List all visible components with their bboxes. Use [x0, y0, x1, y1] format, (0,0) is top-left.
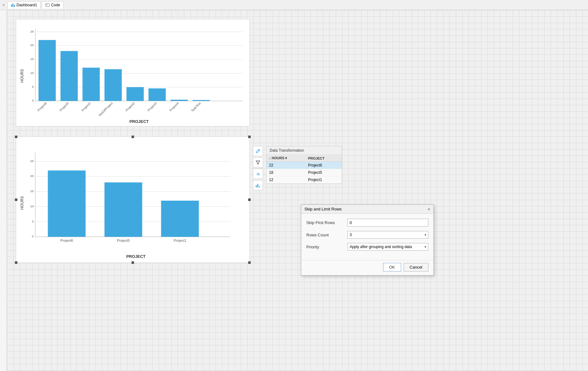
svg-rect-22 [83, 68, 100, 101]
resize-handle-ml[interactable] [15, 198, 17, 201]
svg-rect-64 [259, 186, 260, 187]
svg-text:0: 0 [32, 99, 34, 102]
svg-text:Project6: Project6 [37, 101, 47, 112]
svg-rect-25 [149, 88, 166, 101]
svg-rect-27 [193, 100, 210, 101]
resize-handle-bm[interactable] [132, 261, 134, 264]
svg-rect-1 [13, 3, 14, 7]
resize-handle-bl[interactable] [15, 261, 17, 264]
edit-button[interactable] [253, 146, 263, 156]
ok-button[interactable]: OK [383, 263, 401, 271]
svg-rect-24 [126, 87, 144, 101]
chart1-y-label: HOURS [20, 69, 24, 82]
filter-col-icon: ▾ [285, 156, 287, 160]
svg-rect-2 [14, 5, 15, 7]
table-row[interactable]: 22 Project6 [266, 162, 342, 169]
pencil-icon [255, 149, 260, 154]
svg-text:10: 10 [30, 204, 34, 208]
filter-icon [255, 160, 260, 165]
tab-code-label: Code [51, 3, 60, 7]
svg-line-59 [258, 150, 259, 151]
svg-text:0: 0 [32, 234, 34, 238]
svg-rect-21 [60, 51, 78, 101]
table-row[interactable]: 12 Project1 [266, 176, 342, 184]
skip-first-rows-row: Skip First Rows [306, 219, 428, 227]
svg-rect-52 [48, 170, 85, 237]
svg-rect-20 [39, 40, 56, 101]
cell-project: Project6 [306, 162, 342, 169]
cell-hours: 18 [266, 169, 306, 176]
svg-rect-23 [105, 69, 122, 101]
cell-hours: 12 [266, 176, 306, 184]
rows-count-label: Rows Count [306, 233, 347, 237]
transform-button[interactable]: ↑N [253, 169, 263, 179]
cell-project: Project1 [306, 176, 342, 184]
svg-text:HOURS: HOURS [20, 196, 24, 210]
chart-1-svg: HOURS 0 5 10 15 20 25 [16, 19, 249, 126]
dialog-close-button[interactable]: × [428, 207, 430, 211]
skip-first-rows-input[interactable] [347, 219, 428, 227]
chart-type-button[interactable] [253, 180, 263, 190]
svg-text:25: 25 [30, 159, 34, 163]
chart-toolbar: ↑N [253, 146, 263, 190]
left-sidebar [0, 10, 7, 371]
chart-container-2[interactable]: HOURS 0 5 10 15 20 25 [16, 137, 250, 263]
svg-text:TaskTest: TaskTest [190, 101, 201, 113]
svg-text:↑N: ↑N [256, 173, 260, 176]
resize-handle-br[interactable] [248, 261, 251, 264]
dialog-title-bar: Skip and Limit Rows × [301, 205, 433, 214]
svg-rect-54 [161, 201, 199, 237]
dialog-body: Skip First Rows Rows Count 1 2 3 4 5 [301, 214, 433, 260]
cancel-button[interactable]: Cancel [404, 263, 428, 271]
svg-text:Project5: Project5 [117, 239, 130, 242]
svg-text:Project5: Project5 [59, 101, 70, 112]
priority-row: Priority Apply after grouping and sortin… [306, 243, 428, 251]
transform-icon: ↑N [255, 171, 260, 176]
svg-text:Project3: Project3 [147, 101, 157, 112]
title-bar: × Dashboard1 Code [0, 0, 588, 10]
svg-text:10: 10 [30, 71, 34, 75]
resize-handle-tr[interactable] [248, 136, 251, 138]
col-hours[interactable]: ↓ HOURS ▾ [266, 155, 306, 162]
svg-text:5: 5 [32, 85, 34, 88]
sort-down-icon: ↓ [269, 156, 272, 160]
resize-handle-mr[interactable] [248, 198, 251, 201]
chart-container-1[interactable]: HOURS 0 5 10 15 20 25 [16, 19, 250, 126]
table-row[interactable]: 18 Project5 [266, 169, 342, 176]
data-transform-table: ↓ HOURS ▾ PROJECT 22 Project6 [266, 155, 342, 184]
bar-chart-icon [255, 183, 260, 188]
svg-text:20: 20 [30, 174, 34, 178]
rows-count-row: Rows Count 1 2 3 4 5 10 All [306, 231, 428, 239]
col-project[interactable]: PROJECT [306, 155, 342, 162]
svg-rect-63 [257, 184, 258, 187]
rows-count-select[interactable]: 1 2 3 4 5 10 All [347, 231, 428, 239]
svg-text:Project1: Project1 [81, 101, 92, 112]
svg-text:PROJECT: PROJECT [129, 119, 149, 124]
dialog-footer: OK Cancel [301, 260, 433, 275]
tab-dashboard1-label: Dashboard1 [16, 3, 37, 7]
cell-project: Project5 [306, 169, 342, 176]
svg-text:Project1: Project1 [174, 239, 186, 242]
chart-2-svg: HOURS 0 5 10 15 20 25 [16, 137, 249, 263]
svg-text:PROJECT: PROJECT [126, 254, 145, 259]
resize-handle-tl[interactable] [15, 136, 17, 138]
priority-select[interactable]: Apply after grouping and sorting data Ap… [347, 243, 428, 251]
svg-text:25: 25 [30, 30, 34, 33]
dialog-title: Skip and Limit Rows [304, 207, 342, 211]
svg-text:TestOfProject: TestOfProject [98, 101, 113, 117]
tab-code[interactable]: Code [42, 1, 64, 9]
svg-rect-53 [104, 182, 142, 237]
canvas-area: HOURS 0 5 10 15 20 25 [7, 10, 588, 371]
svg-text:15: 15 [30, 189, 34, 193]
svg-marker-60 [256, 161, 260, 164]
skip-first-rows-label: Skip First Rows [306, 220, 347, 225]
code-icon [45, 3, 50, 7]
close-button[interactable]: × [3, 3, 5, 7]
svg-text:Project4: Project4 [169, 101, 180, 112]
filter-button[interactable] [253, 157, 263, 167]
resize-handle-tm[interactable] [132, 136, 134, 138]
main-area: HOURS 0 5 10 15 20 25 [0, 10, 588, 371]
data-transform-panel: Data Transformation ↓ HOURS ▾ PROJECT [266, 146, 342, 184]
tab-dashboard1[interactable]: Dashboard1 [7, 1, 40, 9]
priority-label: Priority [306, 245, 347, 249]
